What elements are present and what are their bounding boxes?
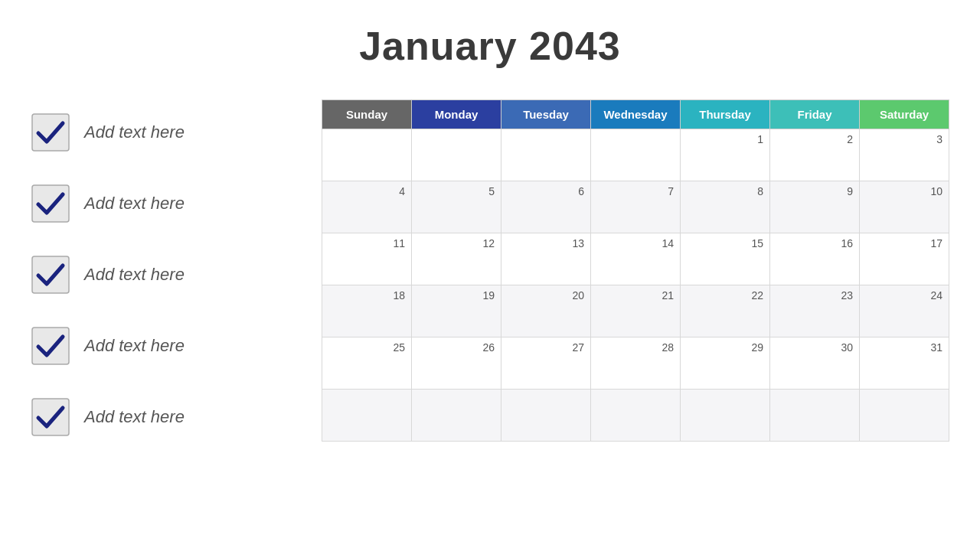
header-tuesday: Tuesday	[501, 100, 591, 129]
calendar-cell-w2-d3: 6	[501, 181, 591, 233]
checklist-label-5[interactable]: Add text here	[84, 407, 185, 427]
day-num-27: 27	[572, 341, 584, 354]
calendar-cell-w4-d6: 23	[770, 285, 860, 337]
calendar-cell-w1-d6: 2	[770, 129, 860, 181]
calendar-cell-w3-d3: 13	[501, 233, 591, 285]
calendar-cell-w2-d1: 4	[322, 181, 412, 233]
header-monday: Monday	[412, 100, 501, 129]
calendar-week-2: 45678910	[322, 181, 949, 233]
calendar-week-3: 11121314151617	[322, 233, 949, 285]
calendar-cell-w3-d2: 12	[412, 233, 501, 285]
calendar-cell-w6-d2	[412, 390, 501, 442]
calendar-cell-w3-d4: 14	[591, 233, 681, 285]
checkbox-icon-2	[31, 184, 70, 223]
day-num-25: 25	[393, 341, 405, 354]
calendar-cell-w2-d7: 10	[860, 181, 949, 233]
calendar-cell-w3-d1: 11	[322, 233, 412, 285]
header-thursday: Thursday	[681, 100, 770, 129]
checkbox-icon-3	[31, 255, 70, 295]
day-num-22: 22	[751, 289, 763, 302]
checkbox-icon-1	[31, 112, 70, 152]
calendar-cell-w6-d4	[591, 390, 681, 442]
checklist-item-3: Add text here	[31, 255, 291, 295]
calendar-cell-w1-d3	[501, 129, 591, 181]
day-num-4: 4	[399, 185, 405, 197]
content-area: Add text hereAdd text hereAdd text hereA…	[31, 99, 949, 442]
calendar-cell-w3-d7: 17	[860, 233, 949, 285]
calendar-cell-w1-d2	[412, 129, 501, 181]
day-num-2: 2	[847, 133, 853, 145]
checkbox-icon-4	[31, 326, 70, 366]
calendar-cell-w3-d5: 15	[681, 233, 770, 285]
calendar-cell-w2-d4: 7	[591, 181, 681, 233]
header-friday: Friday	[770, 100, 860, 129]
calendar: Sunday Monday Tuesday Wednesday Thursday…	[322, 99, 949, 442]
calendar-cell-w1-d4	[591, 129, 681, 181]
day-num-3: 3	[936, 133, 942, 145]
calendar-cell-w4-d4: 21	[591, 285, 681, 337]
day-num-19: 19	[482, 289, 495, 302]
day-num-28: 28	[662, 341, 674, 354]
day-num-5: 5	[488, 185, 495, 197]
calendar-cell-w5-d7: 31	[860, 337, 949, 390]
calendar-cell-w5-d6: 30	[770, 337, 860, 390]
day-num-11: 11	[393, 237, 405, 249]
day-num-7: 7	[668, 185, 674, 197]
day-num-20: 20	[572, 289, 584, 302]
calendar-cell-w5-d4: 28	[591, 337, 681, 390]
calendar-cell-w6-d6	[770, 390, 860, 442]
checklist-item-4: Add text here	[31, 326, 291, 366]
header-wednesday: Wednesday	[591, 100, 681, 129]
calendar-cell-w5-d3: 27	[501, 337, 591, 390]
checklist: Add text hereAdd text hereAdd text hereA…	[31, 99, 291, 442]
day-num-30: 30	[841, 341, 853, 354]
calendar-cell-w4-d1: 18	[322, 285, 412, 337]
calendar-cell-w3-d6: 16	[770, 233, 860, 285]
checklist-item-1: Add text here	[31, 112, 291, 152]
calendar-cell-w4-d5: 22	[681, 285, 770, 337]
calendar-header-row: Sunday Monday Tuesday Wednesday Thursday…	[322, 100, 949, 129]
calendar-cell-w5-d5: 29	[681, 337, 770, 390]
calendar-cell-w6-d1	[322, 390, 412, 442]
day-num-1: 1	[757, 133, 763, 145]
header-sunday: Sunday	[322, 100, 412, 129]
checkbox-icon-5	[31, 397, 70, 437]
day-num-23: 23	[841, 289, 853, 302]
day-num-13: 13	[572, 237, 584, 249]
day-num-18: 18	[393, 289, 405, 302]
checklist-label-1[interactable]: Add text here	[84, 122, 185, 142]
day-num-26: 26	[482, 341, 495, 354]
calendar-cell-w1-d5: 1	[681, 129, 770, 181]
checklist-label-3[interactable]: Add text here	[84, 265, 185, 285]
calendar-cell-w5-d1: 25	[322, 337, 412, 390]
day-num-31: 31	[930, 341, 942, 354]
day-num-6: 6	[578, 185, 584, 197]
checklist-item-5: Add text here	[31, 397, 291, 437]
calendar-cell-w1-d1	[322, 129, 412, 181]
day-num-12: 12	[482, 237, 495, 249]
calendar-week-6	[322, 390, 949, 442]
calendar-cell-w6-d5	[681, 390, 770, 442]
calendar-cell-w4-d3: 20	[501, 285, 591, 337]
calendar-cell-w6-d7	[860, 390, 949, 442]
day-num-17: 17	[930, 237, 942, 249]
day-num-29: 29	[751, 341, 763, 354]
calendar-cell-w6-d3	[501, 390, 591, 442]
checklist-label-2[interactable]: Add text here	[84, 194, 185, 214]
calendar-cell-w2-d6: 9	[770, 181, 860, 233]
page-title: January 2043	[359, 23, 621, 69]
calendar-table: Sunday Monday Tuesday Wednesday Thursday…	[322, 99, 949, 442]
checklist-label-4[interactable]: Add text here	[84, 336, 185, 356]
calendar-cell-w1-d7: 3	[860, 129, 949, 181]
day-num-24: 24	[930, 289, 942, 302]
day-num-15: 15	[751, 237, 763, 249]
calendar-week-1: 123	[322, 129, 949, 181]
calendar-cell-w2-d5: 8	[681, 181, 770, 233]
calendar-cell-w4-d7: 24	[860, 285, 949, 337]
day-num-10: 10	[930, 185, 942, 197]
header-saturday: Saturday	[860, 100, 949, 129]
calendar-week-5: 25262728293031	[322, 337, 949, 390]
calendar-cell-w5-d2: 26	[412, 337, 501, 390]
calendar-week-4: 18192021222324	[322, 285, 949, 337]
day-num-9: 9	[847, 185, 853, 197]
